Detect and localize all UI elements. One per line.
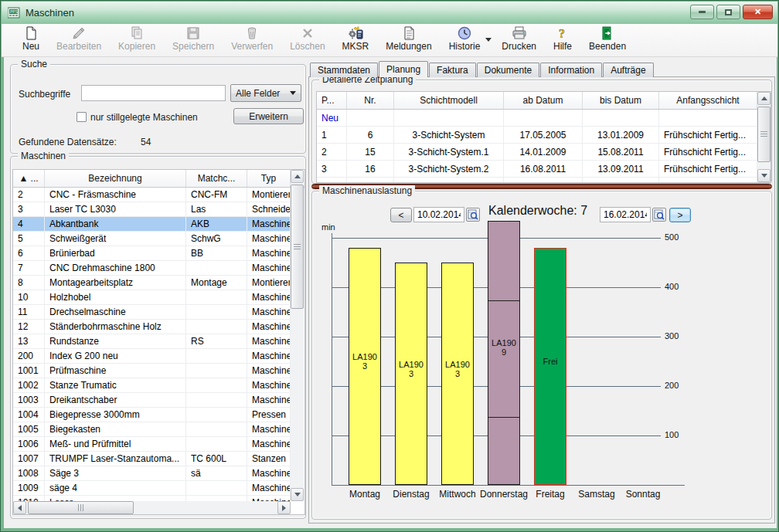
column-header-1[interactable]: Bezeichnung <box>45 170 186 187</box>
column-header-2[interactable]: Schichtmodell <box>394 92 504 109</box>
scroll-left-button[interactable] <box>13 501 26 514</box>
scroll-thumb[interactable] <box>291 185 304 309</box>
tab-information[interactable]: Information <box>540 63 602 77</box>
pps-app-icon: PPS <box>8 6 21 19</box>
table-row[interactable]: 4203-Schicht-System 2a14.09.2011Frühschi… <box>317 178 770 183</box>
cell: 3-Schicht-System.2 <box>394 161 504 178</box>
thumb-grip <box>78 504 84 511</box>
historie-dropdown-arrow-icon[interactable] <box>485 38 492 42</box>
toolbar-mksr-button[interactable]: MKSR <box>342 25 369 52</box>
toolbar-neu-button[interactable]: Neu <box>22 25 39 52</box>
table-row[interactable]: 13RundstanzeRSMaschinen <box>13 334 304 349</box>
table-row[interactable]: 12Ständerbohrmaschine HolzMaschinen <box>13 320 304 334</box>
column-header-5[interactable]: Anfangsschicht <box>659 92 757 109</box>
column-header-3[interactable]: ab Datum <box>504 92 583 109</box>
bar-label: LA190 9 <box>488 338 519 357</box>
scroll-up-button[interactable] <box>291 170 304 183</box>
tab-dokumente[interactable]: Dokumente <box>477 63 539 77</box>
arrow-left-icon <box>18 505 22 511</box>
toolbar-hilfe-button[interactable]: ?Hilfe <box>553 25 572 52</box>
cell: Meß- und Prüfmittel <box>45 437 186 452</box>
table-row[interactable]: 1002Stanze TrumaticMaschinen <box>13 378 304 393</box>
scroll-thumb[interactable] <box>28 501 134 514</box>
planning-vertical-scrollbar[interactable] <box>757 92 770 182</box>
minimize-button[interactable] <box>690 5 714 19</box>
table-row[interactable]: 1009säge 4Maschinen <box>13 481 304 496</box>
scroll-down-button[interactable] <box>291 488 304 501</box>
tab-faktura[interactable]: Faktura <box>429 63 476 77</box>
toolbar-drucken-button[interactable]: Drucken <box>502 25 536 52</box>
table-row[interactable]: 5SchweißgerätSchwGMaschinen <box>13 232 304 246</box>
column-header-3[interactable]: Typ <box>247 170 291 187</box>
window-title: Maschinen <box>26 7 74 19</box>
cell: 15.08.2011 <box>583 144 659 161</box>
table-row[interactable]: 1001PrüfmaschineMaschinen <box>13 364 304 378</box>
scroll-up-button[interactable] <box>757 92 770 105</box>
column-header-2[interactable]: Matchc... <box>186 170 247 187</box>
table-row[interactable]: 2153-Schicht-System.114.01.200915.08.201… <box>317 144 770 161</box>
table-row[interactable]: 6BrünierbadBBMaschinen <box>13 246 304 261</box>
toolbar-beenden-button[interactable]: Beenden <box>589 25 626 52</box>
planning-table-header: P...Nr.Schichtmodellab Datumbis DatumAnf… <box>317 92 770 110</box>
utilization-bar-freitag[interactable]: Frei <box>534 248 566 485</box>
table-row[interactable]: 7CNC Drehmaschine 1800Maschinen <box>13 261 304 276</box>
column-header-0[interactable]: ▲ ... <box>13 170 45 187</box>
table-row[interactable]: 1006Meß- und PrüfmittelMaschinen <box>13 437 304 452</box>
table-row[interactable]: 3Laser TC L3030LasSchneiden <box>13 202 304 217</box>
planning-table-rows: Neu163-Schicht-System17.05.200513.01.200… <box>317 110 770 183</box>
maximize-button[interactable] <box>716 5 740 19</box>
column-header-1[interactable]: Nr. <box>347 92 394 109</box>
machines-horizontal-scrollbar[interactable] <box>13 501 291 514</box>
expand-button[interactable]: Erweitern <box>233 108 304 124</box>
table-row[interactable]: 3163-Schicht-System.216.08.201113.09.201… <box>317 161 770 178</box>
machines-vertical-scrollbar[interactable] <box>291 170 304 501</box>
search-input[interactable] <box>81 85 226 101</box>
tab-planung[interactable]: Planung <box>379 61 428 77</box>
table-row[interactable]: 8MontagearbeitsplatzMontageMontieren <box>13 276 304 290</box>
x-axis-line <box>332 485 685 486</box>
cell: 1008 <box>13 466 45 481</box>
cell: Rundstanze <box>45 334 186 349</box>
scroll-down-button[interactable] <box>757 169 770 182</box>
table-row[interactable]: Neu <box>317 110 770 127</box>
field-filter-select[interactable]: Alle Felder <box>230 84 301 102</box>
titlebar[interactable]: PPS Maschinen ✕ <box>2 2 777 25</box>
close-button[interactable]: ✕ <box>743 5 773 19</box>
table-row[interactable]: 1003DreikantschaberMaschinen <box>13 393 304 408</box>
cell: 4 <box>13 217 45 232</box>
column-header-0[interactable]: P... <box>317 92 347 109</box>
table-row[interactable]: 4AbkantbankAKBMaschinen <box>13 217 304 232</box>
new-document-icon <box>24 25 38 41</box>
cell: Maschinen <box>247 349 291 364</box>
table-row[interactable]: 1004Biegepresse 3000mmPressen <box>13 408 304 422</box>
cell: TRUMPF Laser-Stanzautoma... <box>45 452 186 466</box>
cell: 13 <box>13 334 45 349</box>
table-row[interactable]: 10HolzhobelMaschinen <box>13 290 304 305</box>
toolbar-meldungen-button[interactable]: Meldungen <box>386 25 431 52</box>
scroll-right-button[interactable] <box>277 501 291 514</box>
toolbar-historie-button[interactable]: Historie <box>449 25 481 52</box>
tab-aufträge[interactable]: Aufträge <box>603 63 653 77</box>
toolbar-mksr-label: MKSR <box>342 41 369 52</box>
scroll-thumb[interactable] <box>757 107 770 162</box>
table-row[interactable]: 11DrechselmaschineMaschinen <box>13 305 304 320</box>
table-row[interactable]: 1005BiegekastenMaschinen <box>13 422 304 437</box>
inactive-machines-checkbox[interactable] <box>77 112 87 122</box>
cell <box>186 481 247 496</box>
utilization-bar-dienstag[interactable]: LA190 3 <box>395 263 427 485</box>
table-row[interactable]: 200Index G 200 neuMaschinen <box>13 349 304 364</box>
cell <box>186 378 247 393</box>
table-row[interactable]: 163-Schicht-System17.05.200513.01.2009Fr… <box>317 127 770 144</box>
cell: 4 <box>317 178 347 183</box>
table-row[interactable]: 2CNC - FräsmaschineCNC-FMMontieren <box>13 188 304 202</box>
tab-stammdaten[interactable]: Stammdaten <box>310 63 378 77</box>
utilization-bar-mittwoch[interactable]: LA190 3 <box>441 263 474 485</box>
table-row[interactable]: 1007TRUMPF Laser-Stanzautoma...TC 600LSt… <box>13 452 304 466</box>
planning-table: P...Nr.Schichtmodellab Datumbis DatumAnf… <box>316 91 771 183</box>
utilization-bar-donnerstag[interactable]: LA190 9 <box>488 221 520 485</box>
main-content: Suche Suchbegriffe Alle Felder nur still… <box>4 57 777 528</box>
cell: 6 <box>13 246 45 261</box>
column-header-4[interactable]: bis Datum <box>583 92 659 109</box>
table-row[interactable]: 1008Säge 3säMaschinen <box>13 466 304 481</box>
utilization-bar-montag[interactable]: LA190 3 <box>349 248 381 485</box>
